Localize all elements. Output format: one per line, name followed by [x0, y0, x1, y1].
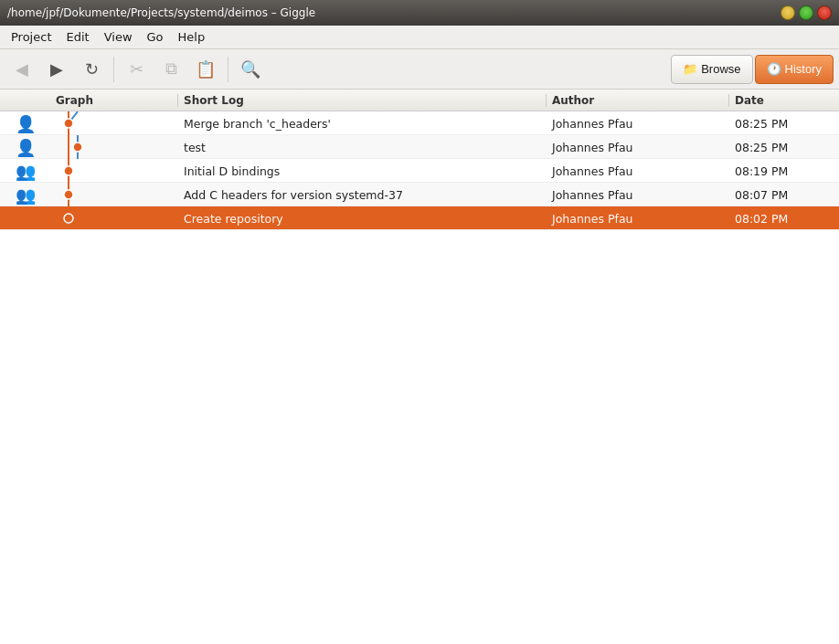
commit-rows: 👤 Merge branch 'c_headers' Johannes Pfau…	[0, 111, 839, 230]
copy-button[interactable]: ⧉	[154, 53, 187, 86]
table-row[interactable]: Create repository Johannes Pfau 08:02 PM	[0, 206, 839, 230]
svg-point-2	[64, 119, 73, 128]
graph-cell	[50, 111, 178, 135]
short-log-cell: Add C headers for version systemd-37	[178, 188, 547, 202]
graph-cell	[50, 135, 178, 159]
toolbar-separator-1	[113, 57, 114, 82]
table-header: Graph Short Log Author Date	[0, 90, 839, 111]
back-button[interactable]: ◀	[5, 53, 38, 86]
window-controls	[781, 5, 832, 20]
graph-cell	[50, 206, 178, 230]
col-header-author: Author	[547, 94, 729, 107]
author-cell: Johannes Pfau	[547, 117, 729, 131]
commit-area: Graph Short Log Author Date 👤	[0, 90, 839, 367]
menubar: Project Edit View Go Help	[0, 26, 839, 49]
author-cell: Johannes Pfau	[547, 212, 729, 226]
browse-button[interactable]: 📁 Browse	[671, 55, 752, 84]
author-cell: Johannes Pfau	[547, 164, 729, 178]
date-cell: 08:02 PM	[729, 212, 839, 226]
avatar-col: 👥	[0, 185, 50, 205]
avatar-col: 👤	[0, 114, 50, 133]
history-button[interactable]: 🕐 History	[755, 55, 834, 84]
paste-button[interactable]: 📋	[189, 53, 222, 86]
avatar: 👥	[16, 185, 36, 205]
graph-cell	[50, 159, 178, 183]
main-content: Graph Short Log Author Date 👤	[0, 90, 839, 644]
menu-edit[interactable]: Edit	[58, 28, 96, 46]
close-button[interactable]	[817, 5, 832, 20]
avatar: 👤	[16, 114, 36, 133]
toolbar: ◀ ▶ ↻ ✂ ⧉ 📋 🔍 📁 Browse 🕐 History	[0, 49, 839, 90]
short-log-cell: test	[178, 141, 547, 154]
col-header-graph: Graph	[50, 94, 178, 107]
date-cell: 08:07 PM	[729, 188, 839, 202]
search-button[interactable]: 🔍	[234, 53, 267, 86]
forward-button[interactable]: ▶	[40, 53, 73, 86]
menu-project[interactable]: Project	[4, 28, 58, 46]
short-log-cell: Merge branch 'c_headers'	[178, 117, 547, 131]
date-cell: 08:25 PM	[729, 117, 839, 131]
date-cell: 08:19 PM	[729, 164, 839, 178]
avatar-col: 👥	[0, 162, 50, 181]
short-log-cell: Initial D bindings	[178, 164, 547, 178]
table-row[interactable]: 👤 test Johannes Pfau 08:25 PM	[0, 135, 839, 159]
menu-go[interactable]: Go	[140, 28, 171, 46]
toolbar-separator-2	[228, 57, 228, 82]
history-icon: 🕐	[767, 62, 781, 76]
avatar: 👥	[16, 162, 36, 181]
svg-point-9	[64, 190, 73, 199]
author-cell: Johannes Pfau	[547, 141, 729, 154]
refresh-button[interactable]: ↻	[75, 53, 108, 86]
col-header-date: Date	[729, 94, 839, 107]
table-row[interactable]: 👥 Initial D bindings Johannes Pfau 08:19…	[0, 159, 839, 183]
svg-point-7	[64, 166, 73, 175]
menu-help[interactable]: Help	[171, 28, 213, 46]
titlebar: /home/jpf/Dokumente/Projects/systemd/dei…	[0, 0, 839, 26]
minimize-button[interactable]	[781, 5, 795, 20]
history-label: History	[785, 62, 822, 76]
avatar-col: 👤	[0, 138, 50, 157]
cut-button[interactable]: ✂	[120, 53, 153, 86]
svg-point-5	[73, 143, 82, 152]
short-log-cell: Create repository	[178, 212, 547, 226]
maximize-button[interactable]	[799, 5, 813, 20]
date-cell: 08:25 PM	[729, 141, 839, 154]
menu-view[interactable]: View	[97, 28, 140, 46]
browse-icon: 📁	[683, 62, 697, 76]
empty-area	[0, 367, 839, 645]
titlebar-title: /home/jpf/Dokumente/Projects/systemd/dei…	[7, 6, 315, 19]
col-header-shortlog: Short Log	[178, 94, 547, 107]
table-row[interactable]: 👤 Merge branch 'c_headers' Johannes Pfau…	[0, 111, 839, 135]
avatar: 👤	[16, 138, 36, 157]
table-row[interactable]: 👥 Add C headers for version systemd-37 J…	[0, 183, 839, 206]
author-cell: Johannes Pfau	[547, 188, 729, 202]
graph-cell	[50, 183, 178, 206]
browse-label: Browse	[701, 62, 740, 76]
svg-point-11	[64, 214, 73, 223]
